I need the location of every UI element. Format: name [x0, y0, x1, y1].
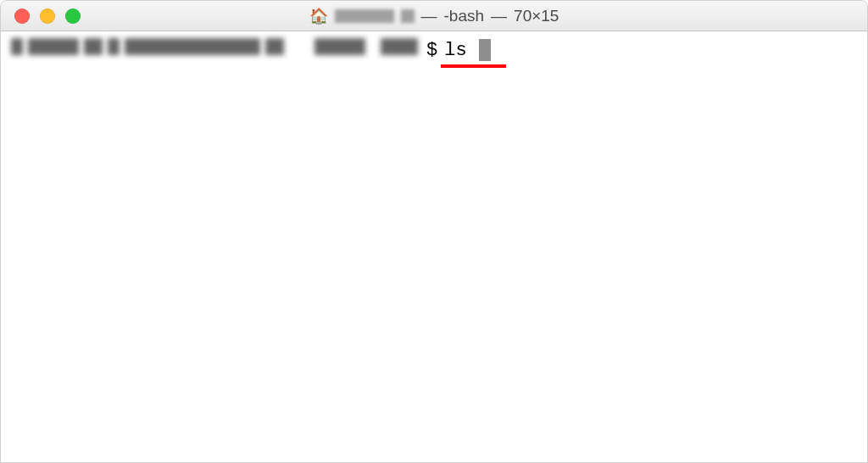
obscured-text: [108, 38, 120, 55]
title-process: -bash: [444, 7, 485, 25]
obscured-text: [314, 38, 365, 55]
maximize-button[interactable]: [65, 8, 81, 24]
obscured-text: [84, 38, 103, 55]
annotation-underline: [441, 64, 506, 68]
minimize-button[interactable]: [40, 8, 55, 24]
title-dash: —: [491, 7, 507, 25]
window-controls: [1, 8, 81, 24]
home-icon: 🏠: [309, 7, 328, 25]
obscured-text: [125, 38, 260, 55]
cursor: [479, 39, 491, 61]
prompt-symbol: $: [426, 39, 437, 64]
terminal-area[interactable]: $ ls: [1, 31, 867, 462]
title-dash: —: [421, 7, 437, 25]
obscured-text: [401, 9, 415, 23]
command-text: ls: [444, 40, 466, 61]
title-dimensions: 70×15: [514, 7, 559, 25]
close-button[interactable]: [14, 8, 30, 24]
window-title: 🏠 — -bash — 70×15: [1, 7, 867, 25]
obscured-text: [11, 38, 23, 55]
window-title-bar: 🏠 — -bash — 70×15: [1, 1, 867, 31]
prompt-line: $ ls: [11, 38, 857, 64]
obscured-text: [335, 9, 394, 23]
obscured-text: [28, 38, 79, 55]
obscured-text: [381, 38, 418, 55]
command-input[interactable]: ls: [444, 39, 491, 64]
obscured-text: [265, 38, 284, 55]
